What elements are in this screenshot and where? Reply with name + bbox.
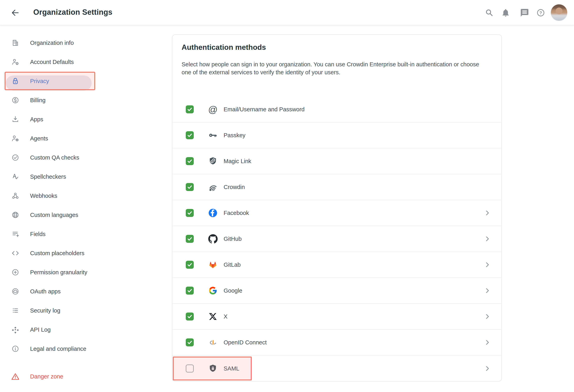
sidebar-item-label: Permission granularity	[30, 269, 87, 276]
sidebar-item-custom-languages[interactable]: Custom languages	[0, 205, 108, 224]
gitlab-checkbox[interactable]	[186, 261, 194, 269]
globe-icon	[11, 211, 20, 219]
github-icon	[208, 234, 218, 244]
sidebar-item-billing[interactable]: Billing	[0, 91, 108, 110]
google-icon	[208, 285, 218, 296]
chevron-right-icon[interactable]	[484, 365, 491, 372]
auth-row-x[interactable]: X	[172, 304, 501, 330]
auth-row-passkey: Passkey	[172, 122, 501, 148]
auth-row-saml[interactable]: SAML	[172, 355, 501, 381]
user-avatar[interactable]	[551, 4, 568, 21]
openid-icon	[208, 337, 218, 348]
sidebar-item-spellcheckers[interactable]: Spellcheckers	[0, 167, 108, 186]
auth-method-label: Google	[224, 287, 242, 294]
sidebar-item-agents[interactable]: Agents	[0, 129, 108, 148]
sidebar-item-label: Legal and compliance	[30, 346, 86, 352]
sidebar-item-label: Agents	[30, 135, 48, 142]
facebook-icon	[208, 208, 218, 218]
auth-row-magic-link: Magic Link	[172, 148, 501, 174]
crowdin-checkbox[interactable]	[186, 183, 194, 191]
sidebar-item-fields[interactable]: Fields	[0, 224, 108, 244]
chevron-right-icon[interactable]	[484, 261, 491, 268]
sidebar-item-label: Security log	[30, 307, 61, 314]
google-checkbox[interactable]	[186, 287, 194, 294]
auth-method-label: Magic Link	[224, 158, 251, 165]
auth-row-facebook[interactable]: Facebook	[172, 200, 501, 226]
auth-method-label: SAML	[224, 365, 239, 372]
warning-triangle-icon	[11, 372, 20, 381]
email-checkbox[interactable]	[186, 105, 194, 113]
sidebar-item-apps[interactable]: Apps	[0, 110, 108, 129]
auth-method-label: OpenID Connect	[224, 339, 267, 346]
sidebar-item-label: Privacy	[30, 78, 49, 84]
messages-chat-icon[interactable]	[520, 8, 529, 17]
sidebar-item-label: Spellcheckers	[30, 174, 66, 180]
sidebar-item-danger-zone[interactable]: Danger zone	[0, 367, 108, 386]
auth-row-github[interactable]: GitHub	[172, 226, 501, 252]
search-icon[interactable]	[485, 8, 494, 17]
chevron-right-icon[interactable]	[484, 209, 491, 216]
user-gear-icon	[11, 58, 20, 66]
saml-checkbox[interactable]	[186, 365, 194, 372]
auth-row-openid-connect[interactable]: OpenID Connect	[172, 330, 501, 355]
spellcheck-icon	[11, 172, 20, 181]
help-icon[interactable]: ?	[536, 8, 545, 17]
sidebar-item-label: Custom placeholders	[30, 250, 84, 256]
auth-row-crowdin: Crowdin	[172, 174, 501, 200]
sidebar-item-label: Apps	[30, 116, 43, 123]
sidebar-item-label: API Log	[30, 327, 51, 333]
chevron-right-icon[interactable]	[484, 235, 491, 242]
sidebar-item-webhooks[interactable]: Webhooks	[0, 186, 108, 205]
info-circle-icon	[11, 344, 20, 353]
lock-icon	[11, 77, 20, 85]
auth-method-label: X	[224, 313, 227, 320]
settings-sidebar: Organization info Account Defaults Priva…	[0, 25, 108, 386]
sidebar-item-permission-granularity[interactable]: Permission granularity	[0, 263, 108, 282]
sidebar-item-label: Custom languages	[30, 212, 78, 218]
facebook-checkbox[interactable]	[186, 209, 194, 217]
chevron-right-icon[interactable]	[484, 313, 491, 320]
user-cube-icon	[11, 134, 20, 143]
shield-lock-icon	[208, 363, 218, 374]
check-circle-icon	[11, 153, 20, 162]
plus-circle-icon	[11, 268, 20, 277]
auth-method-label: Facebook	[224, 210, 249, 216]
sidebar-item-account-defaults[interactable]: Account Defaults	[0, 52, 108, 72]
github-checkbox[interactable]	[186, 235, 194, 243]
sidebar-item-label: Fields	[30, 231, 45, 237]
sidebar-item-security-log[interactable]: Security log	[0, 301, 108, 320]
dollar-circle-icon	[11, 96, 20, 105]
auth-row-gitlab[interactable]: GitLab	[172, 252, 501, 278]
at-icon: @	[208, 104, 218, 115]
sidebar-item-organization-info[interactable]: Organization info	[0, 33, 108, 52]
cloud-circle-icon	[11, 287, 20, 296]
sidebar-item-label: Billing	[30, 97, 45, 104]
card-description: Select how people can sign in to your or…	[182, 60, 490, 76]
passkey-checkbox[interactable]	[186, 131, 194, 139]
openid-checkbox[interactable]	[186, 338, 194, 346]
page-title: Organization Settings	[33, 8, 112, 17]
building-icon	[11, 39, 20, 47]
chevron-right-icon[interactable]	[484, 339, 491, 346]
card-title: Authentication methods	[182, 43, 501, 52]
sidebar-item-api-log[interactable]: API Log	[0, 320, 108, 339]
sidebar-item-label: Organization info	[30, 40, 74, 46]
sidebar-item-oauth-apps[interactable]: OAuth apps	[0, 282, 108, 301]
crowdin-icon	[208, 182, 218, 192]
sidebar-item-custom-placeholders[interactable]: Custom placeholders	[0, 244, 108, 263]
auth-row-google[interactable]: Google	[172, 278, 501, 304]
notifications-bell-icon[interactable]	[501, 8, 510, 17]
webhook-icon	[11, 191, 20, 200]
download-icon	[11, 115, 20, 124]
x-icon	[208, 311, 218, 322]
sidebar-item-label: Custom QA checks	[30, 154, 79, 161]
sidebar-item-privacy[interactable]: Privacy	[0, 72, 108, 91]
back-button[interactable]	[11, 8, 20, 17]
sidebar-item-custom-qa-checks[interactable]: Custom QA checks	[0, 148, 108, 167]
diamonds-icon	[11, 325, 20, 334]
gitlab-icon	[208, 259, 218, 270]
x-checkbox[interactable]	[186, 313, 194, 320]
magic-link-checkbox[interactable]	[186, 157, 194, 165]
sidebar-item-legal-and-compliance[interactable]: Legal and compliance	[0, 339, 108, 358]
chevron-right-icon[interactable]	[484, 287, 491, 294]
